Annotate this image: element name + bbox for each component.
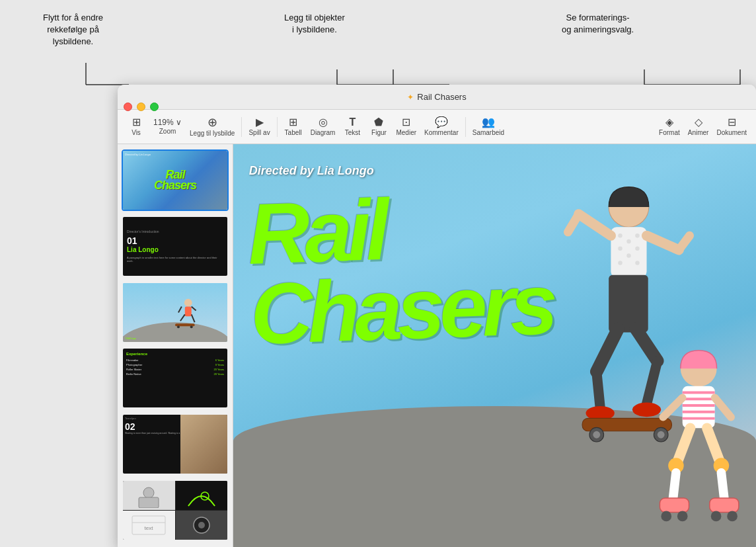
slide-background: Directed by Lia Longo Rail Chasers: [233, 144, 756, 547]
slide2-section: Director's Introduction: [127, 230, 223, 233]
media-icon: ⊡: [402, 117, 410, 128]
toolbar-shape-button[interactable]: ⬟ Figur: [365, 114, 392, 139]
toolbar-table-button[interactable]: ⊞ Tabell: [280, 114, 307, 139]
svg-point-39: [619, 261, 623, 265]
svg-point-18: [190, 325, 193, 328]
vis-label: Vis: [132, 129, 141, 136]
svg-rect-11: [185, 306, 192, 316]
slide-thumb-3[interactable]: TIME/age 3: [122, 282, 229, 344]
table-label: Tabell: [285, 129, 302, 136]
titlebar: ✦ Rail Chasers: [118, 85, 756, 110]
svg-point-34: [627, 239, 631, 243]
annotation-right: Se formaterings- og animeringsvalg.: [562, 12, 634, 36]
svg-rect-32: [611, 228, 647, 278]
slide-thumb-4[interactable]: Experience Filmmaker6 Years Photographer…: [122, 347, 229, 409]
svg-rect-72: [660, 498, 689, 513]
maximize-button[interactable]: [150, 103, 159, 111]
svg-point-54: [593, 431, 601, 439]
add-slide-label: Legg til lysbilde: [190, 130, 235, 137]
svg-line-42: [579, 214, 611, 235]
svg-point-40: [636, 261, 640, 265]
separator-3: [465, 117, 466, 137]
svg-line-71: [721, 472, 724, 501]
window-title: ✦ Rail Chasers: [407, 92, 466, 102]
toolbar-collaborate-button[interactable]: 👥 Samarbeid: [469, 114, 508, 139]
slide-panel[interactable]: Directed by Lia Longo RailChasers 1 Dire…: [118, 144, 233, 547]
separator-1: [241, 117, 242, 137]
toolbar: ⊞ Vis 119% ∨ Zoom ⊕ Legg til lysbilde ▶ …: [118, 110, 756, 144]
toolbar-play-button[interactable]: ▶ Spill av: [245, 114, 274, 139]
toolbar-text-button[interactable]: T Tekst: [339, 114, 365, 139]
main-slide-canvas: Directed by Lia Longo Rail Chasers: [233, 144, 756, 547]
toolbar-animate-button[interactable]: ◇ Animer: [684, 114, 713, 139]
svg-point-77: [727, 511, 737, 521]
shape-icon: ⬟: [374, 117, 383, 128]
format-label: Format: [659, 129, 680, 136]
toolbar-comment-button[interactable]: 💬 Kommentar: [420, 114, 463, 139]
window-traffic-lights: [124, 103, 159, 111]
window-title-text: Rail Chasers: [417, 92, 466, 102]
slide6-panel-4: [176, 511, 228, 540]
slide4-row-4: Berlin Native28 Years: [126, 372, 224, 376]
svg-point-20: [143, 487, 154, 498]
zoom-label: Zoom: [159, 128, 176, 135]
title-star-icon: ✦: [407, 93, 414, 102]
slide2-body: A paragraph in smaller text here for som…: [127, 256, 223, 263]
slide-thumb-5[interactable]: Team/pro 02 Skating is more than just cr…: [122, 413, 229, 476]
svg-point-30: [198, 522, 205, 528]
svg-point-38: [627, 254, 631, 258]
svg-line-65: [714, 398, 730, 417]
svg-line-46: [597, 329, 618, 372]
main-area: Directed by Lia Longo RailChasers 1 Dire…: [118, 144, 756, 547]
slide-thumb-1[interactable]: Directed by Lia Longo RailChasers 1: [122, 149, 229, 212]
svg-line-44: [647, 236, 679, 251]
svg-point-74: [677, 511, 688, 521]
svg-line-43: [568, 214, 579, 232]
slide3-label: TIME/age: [125, 337, 136, 340]
svg-point-17: [177, 325, 180, 328]
svg-line-70: [673, 472, 676, 501]
text-icon: T: [350, 117, 356, 128]
svg-point-37: [636, 247, 640, 251]
svg-line-45: [679, 236, 690, 251]
svg-rect-75: [710, 498, 739, 513]
slide1-director: Directed by Lia Longo: [125, 153, 151, 156]
svg-line-64: [663, 398, 682, 417]
svg-point-35: [636, 233, 640, 237]
zoom-icon: 119% ∨: [153, 118, 182, 126]
toolbar-zoom-button[interactable]: 119% ∨ Zoom: [149, 116, 186, 138]
svg-point-76: [711, 511, 722, 521]
toolbar-format-button[interactable]: ◈ Format: [655, 114, 684, 139]
canvas-area: Directed by Lia Longo Rail Chasers: [233, 144, 756, 547]
director-text: Directed by Lia Longo: [249, 164, 374, 178]
slide2-name: Lia Longo: [127, 246, 223, 253]
slide1-graffiti: RailChasers: [154, 169, 196, 190]
slide-thumb-6[interactable]: text 6: [122, 480, 229, 542]
collaborate-icon: 👥: [482, 117, 495, 128]
toolbar-document-button[interactable]: ⊟ Dokument: [712, 114, 751, 139]
separator-2: [277, 117, 278, 137]
close-button[interactable]: [124, 103, 132, 111]
slide4-row-1: Filmmaker6 Years: [126, 358, 224, 362]
slide4-row-2: Photographer9 Years: [126, 363, 224, 366]
document-icon: ⊟: [728, 117, 736, 128]
toolbar-chart-button[interactable]: ◎ Diagram: [307, 114, 340, 139]
annotation-left: Flytt for å endre rekkefølge på lysbilde…: [43, 12, 103, 48]
minimize-button[interactable]: [137, 103, 145, 111]
svg-point-73: [661, 511, 671, 521]
add-slide-icon: ⊕: [208, 116, 217, 128]
slide4-row-3: Roller Skater20 Years: [126, 368, 224, 371]
vis-icon: ⊞: [132, 117, 141, 128]
toolbar-vis-button[interactable]: ⊞ Vis: [123, 114, 149, 139]
toolbar-media-button[interactable]: ⊡ Medier: [392, 114, 420, 139]
chart-icon: ◎: [319, 117, 328, 128]
table-icon: ⊞: [289, 117, 297, 128]
animate-label: Animer: [688, 129, 709, 136]
toolbar-add-slide-button[interactable]: ⊕ Legg til lysbilde: [186, 114, 239, 140]
media-label: Medier: [396, 129, 416, 136]
slide6-panel-2: [176, 481, 228, 510]
text-label: Tekst: [345, 129, 360, 136]
sitting-roller-skater: [652, 346, 745, 527]
animate-icon: ◇: [695, 117, 702, 128]
slide-thumb-2[interactable]: Director's Introduction 01 Lia Longo A p…: [122, 216, 229, 278]
